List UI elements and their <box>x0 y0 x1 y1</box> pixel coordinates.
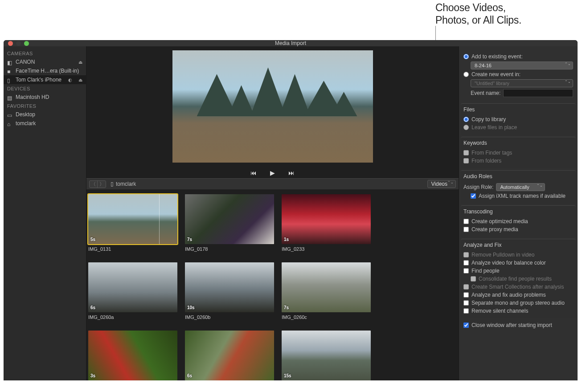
prev-frame-button[interactable]: ⏮ <box>250 169 257 176</box>
separate-mono-checkbox[interactable]: Separate mono and group stereo audio <box>463 299 573 307</box>
close-icon[interactable] <box>8 41 13 46</box>
clip-duration: 7s <box>187 237 192 242</box>
consolidate-people-checkbox: Consolidate find people results <box>463 275 573 283</box>
sidebar-item-label: Tom Clark's iPhone <box>16 77 61 83</box>
sidebar-item[interactable]: ◧CANON⏏ <box>4 57 86 66</box>
from-folders-checkbox: From folders <box>463 157 573 165</box>
remove-pulldown-checkbox: Remove Pulldown in video <box>463 251 573 259</box>
source-sidebar: CAMERAS◧CANON⏏■FaceTime H…era (Built-in)… <box>4 46 86 380</box>
clip-duration: 5s <box>90 237 95 242</box>
create-new-label: Create new event in: <box>471 71 521 78</box>
thumbnail-image[interactable]: 6s <box>185 331 274 380</box>
thumbnail-image[interactable]: 10s <box>185 262 274 312</box>
zoom-icon[interactable] <box>24 41 29 46</box>
existing-event-dropdown[interactable]: 8-24-16 <box>471 61 573 69</box>
path-crumb[interactable]: ▯ tomclark <box>111 181 136 187</box>
clip-name: IMG_0178 <box>185 244 274 252</box>
clip-duration: 1s <box>284 237 289 242</box>
thumbnail-image[interactable]: 5s <box>88 194 177 244</box>
thumbnail-image[interactable]: 7s <box>185 194 274 244</box>
forward-icon[interactable]: 〉 <box>98 181 106 188</box>
next-frame-button[interactable]: ⏭ <box>288 169 295 176</box>
window-title: Media Import <box>275 40 306 46</box>
playhead[interactable] <box>159 194 160 244</box>
clip-thumbnail[interactable]: 15sIMG_0322 <box>282 331 371 380</box>
thumbnail-image[interactable]: 7s <box>282 262 371 312</box>
clip-duration: 15s <box>284 373 291 378</box>
clip-thumbnail[interactable]: 6sIMG_0260a <box>88 262 177 320</box>
preview-image <box>172 50 373 163</box>
new-event-library-dropdown: "Untitled" library <box>471 79 573 87</box>
clip-thumbnail[interactable]: 5sIMG_0131 <box>88 194 177 252</box>
clip-filter-dropdown[interactable]: Videos <box>427 180 456 188</box>
clip-duration: 6s <box>90 305 95 310</box>
clip-name: IMG_0233 <box>282 244 371 252</box>
camcorder-icon: ■ <box>7 69 13 73</box>
thumbnail-image[interactable]: 6s <box>88 262 177 312</box>
audio-problems-checkbox[interactable]: Analyze and fix audio problems <box>463 291 573 299</box>
analyze-heading: Analyze and Fix <box>463 242 573 248</box>
home-icon: ⌂ <box>7 121 13 126</box>
sidebar-heading: DEVICES <box>4 84 86 93</box>
add-existing-radio[interactable]: Add to existing event: <box>463 53 573 61</box>
smart-collections-checkbox: Create Smart Collections after analysis <box>463 283 573 291</box>
clip-thumbnail[interactable]: 3sIMG_0297 <box>88 331 177 380</box>
keywords-heading: Keywords <box>463 140 573 146</box>
optimized-media-checkbox[interactable]: Create optimized media <box>463 217 573 225</box>
play-button[interactable]: ▶ <box>270 169 275 176</box>
eject-icon[interactable]: ⏏ <box>78 78 82 82</box>
ixml-checkbox[interactable]: Assign iXML track names if available <box>463 192 573 200</box>
sidebar-item[interactable]: ■FaceTime H…era (Built-in) <box>4 66 86 75</box>
clip-thumbnail[interactable]: 7sIMG_0178 <box>185 194 274 252</box>
finder-tags-checkbox: From Finder tags <box>463 149 573 157</box>
sidebar-item[interactable]: ▯Tom Clark's iPhone◐⏏ <box>4 75 86 84</box>
transcoding-heading: Transcoding <box>463 208 573 215</box>
clip-duration: 7s <box>284 305 289 310</box>
eject-icon[interactable]: ⏏ <box>78 60 82 65</box>
titlebar: Media Import <box>4 40 578 46</box>
assign-role-label: Assign Role: <box>463 184 493 190</box>
clip-duration: 10s <box>187 305 195 310</box>
loading-icon: ◐ <box>68 78 72 82</box>
sidebar-item-label: FaceTime H…era (Built-in) <box>16 68 79 74</box>
hdd-icon: ▤ <box>7 95 13 99</box>
transport-controls: ⏮ ▶ ⏭ <box>86 167 459 178</box>
clip-browser[interactable]: 5sIMG_01317sIMG_01781sIMG_02336sIMG_0260… <box>86 190 459 380</box>
assign-role-dropdown[interactable]: Automatically <box>496 183 545 191</box>
event-name-label: Event name: <box>471 90 500 96</box>
clip-thumbnail[interactable]: 6sIMG_0298 <box>185 331 274 380</box>
camera-icon: ◧ <box>7 60 13 64</box>
close-window-checkbox[interactable]: Close window after starting import <box>459 318 578 332</box>
remove-silent-checkbox[interactable]: Remove silent channels <box>463 307 573 315</box>
thumbnail-image[interactable]: 3s <box>88 331 177 380</box>
back-icon[interactable]: 〈 <box>90 181 98 188</box>
copy-to-library-radio[interactable]: Copy to library <box>463 115 573 123</box>
balance-color-checkbox[interactable]: Analyze video for balance color <box>463 259 573 267</box>
audio-roles-heading: Audio Roles <box>463 173 573 180</box>
path-label: tomclark <box>116 181 136 187</box>
center-panel: ⏮ ▶ ⏭ 〈〉 ▯ tomclark Videos 5sIMG_01317sI… <box>86 46 459 380</box>
clip-thumbnail[interactable]: 10sIMG_0260b <box>185 262 274 320</box>
create-new-radio[interactable]: Create new event in: <box>463 70 573 78</box>
find-people-checkbox[interactable]: Find people <box>463 267 573 275</box>
path-bar: 〈〉 ▯ tomclark Videos <box>86 178 459 190</box>
sidebar-item[interactable]: ⌂tomclark <box>4 119 86 128</box>
sidebar-item[interactable]: ▭Desktop <box>4 110 86 119</box>
leave-in-place-radio: Leave files in place <box>463 123 573 131</box>
thumbnail-image[interactable]: 1s <box>282 194 371 244</box>
clip-thumbnail[interactable]: 7sIMG_0260c <box>282 262 371 320</box>
sidebar-item-label: tomclark <box>16 120 36 127</box>
files-heading: Files <box>463 106 573 113</box>
clip-thumbnail[interactable]: 1sIMG_0233 <box>282 194 371 252</box>
sidebar-heading: CAMERAS <box>4 49 86 57</box>
viewer <box>86 46 459 167</box>
event-name-field[interactable] <box>503 89 573 97</box>
window-controls <box>8 41 29 46</box>
thumbnail-image[interactable]: 15s <box>282 331 371 380</box>
minimize-icon[interactable] <box>16 41 21 46</box>
phone-icon: ▯ <box>7 78 13 82</box>
sidebar-item[interactable]: ▤Macintosh HD <box>4 93 86 102</box>
callout-text: Choose Videos, Photos, or All Clips. <box>435 2 521 26</box>
proxy-media-checkbox[interactable]: Create proxy media <box>463 225 573 233</box>
nav-arrows[interactable]: 〈〉 <box>89 180 106 188</box>
